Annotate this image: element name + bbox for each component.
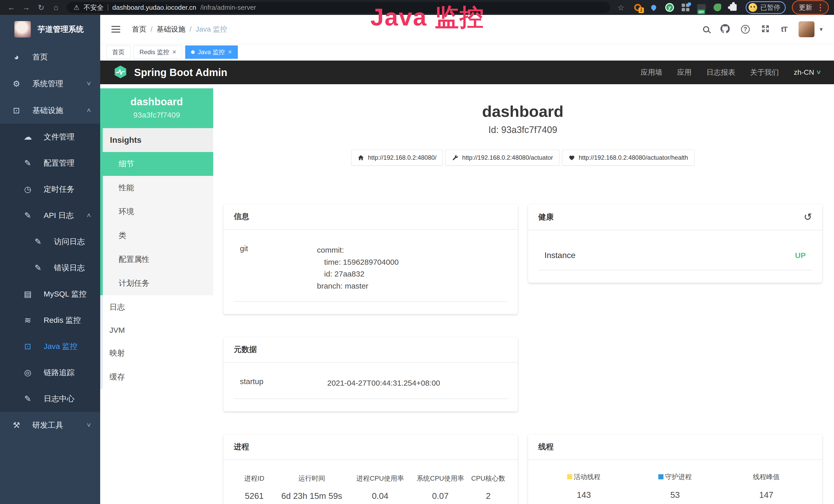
sidebar-item-file-management[interactable]: ☁ 文件管理 [0, 124, 100, 150]
process-card-title: 进程 [234, 442, 249, 452]
process-cpu-value: 0.04 [349, 491, 412, 501]
puzzle-extensions-icon[interactable] [729, 3, 738, 12]
sba-menu-classes[interactable]: 类 [103, 224, 213, 248]
extensions-cluster: 1 y on [633, 3, 738, 12]
sidebar-item-config-management[interactable]: ✎ 配置管理 [0, 150, 100, 176]
service-url-link[interactable]: http://192.168.0.2:48080/ [351, 150, 443, 166]
sba-brand[interactable]: Spring Boot Admin [113, 65, 227, 80]
grid-extension-icon[interactable] [681, 3, 690, 12]
sidebar-item-error-logs[interactable]: ✎ 错误日志 [0, 255, 100, 281]
sba-language-select[interactable]: zh-CN ˅ [794, 68, 821, 76]
sba-menu-details[interactable]: 细节 [103, 152, 213, 176]
actuator-url-link[interactable]: http://192.168.0.2:48080/actuator [445, 150, 559, 166]
edit-icon: ✎ [22, 158, 34, 168]
cpu-cores-value: 2 [469, 491, 507, 501]
infrastructure-submenu: ☁ 文件管理 ✎ 配置管理 ◷ 定时任务 ✎ API 日志 ˄ ✎ 访问日志 ✎ [0, 124, 100, 412]
bookmark-star-icon[interactable]: ☆ [617, 3, 624, 12]
info-card: 信息 git commit: time: 1596289704000 id: 2… [223, 204, 518, 314]
sidebar-item-access-logs[interactable]: ✎ 访问日志 [0, 229, 100, 255]
metadata-startup-row: startup 2021-04-27T00:44:31.254+08:00 [234, 372, 507, 399]
y-extension-icon[interactable]: y [665, 3, 674, 12]
tab-redis-monitor[interactable]: Redis 监控 × [134, 45, 182, 59]
health-instance-row[interactable]: Instance UP [539, 244, 812, 270]
sba-menu-metrics[interactable]: 性能 [103, 176, 213, 200]
sba-nav-wallboard[interactable]: 应用墙 [641, 68, 662, 77]
sidebar-item-java-monitor[interactable]: ⊡ Java 监控 [0, 333, 100, 360]
history-icon[interactable]: ↺ [804, 211, 812, 223]
sba-menu-logs[interactable]: 日志 [103, 295, 213, 319]
chevron-down-icon: ˅ [817, 69, 821, 76]
sba-header: Spring Boot Admin 应用墙 应用 日志报表 关于我们 zh-CN… [100, 61, 834, 84]
chevron-up-icon: ˄ [87, 211, 91, 220]
health-url-link[interactable]: http://192.168.0.2:48080/actuator/health [562, 150, 695, 166]
sidebar-item-infrastructure[interactable]: ⊡ 基础设施 ˄ [0, 97, 100, 124]
close-icon[interactable]: × [228, 48, 232, 56]
pin-extension-icon[interactable] [649, 3, 658, 12]
sba-nav-about[interactable]: 关于我们 [750, 68, 779, 77]
fullscreen-icon[interactable] [761, 24, 770, 34]
caret-down-icon[interactable]: ▾ [820, 26, 823, 33]
breadcrumb-home[interactable]: 首页 [132, 24, 147, 34]
font-size-icon[interactable]: tT [781, 25, 787, 33]
reload-icon[interactable]: ↻ [35, 3, 47, 12]
header-actions: ? tT ▾ [703, 21, 823, 37]
breadcrumb-infrastructure[interactable]: 基础设施 [157, 24, 185, 34]
leaf-extension-icon[interactable] [713, 3, 722, 12]
back-icon[interactable]: ← [5, 3, 18, 12]
breadcrumb-current: Java 监控 [196, 24, 227, 34]
sidebar-item-redis-monitor[interactable]: ≋ Redis 监控 [0, 307, 100, 333]
sba-instance-sidebar: dashboard 93a3fc7f7409 Insights 细节 性能 环境… [100, 84, 213, 504]
url-host: dashboard.yudao.iocoder.cn [112, 4, 196, 12]
profile-paused-chip[interactable]: 已暂停 [746, 1, 786, 14]
sidebar-item-tracing[interactable]: ◎ 链路追踪 [0, 360, 100, 386]
address-bar[interactable]: ⚠ 不安全 dashboard.yudao.iocoder.cn /infra/… [67, 2, 610, 13]
home-icon[interactable]: ⌂ [50, 3, 62, 12]
sba-menu-mappings[interactable]: 映射 [103, 341, 213, 365]
instance-id-line: Id: 93a3fc7f7409 [223, 124, 822, 135]
browser-menu-icon[interactable]: ⋮ [816, 3, 825, 12]
not-secure-warning-icon[interactable]: ⚠ [73, 4, 79, 12]
tab-home[interactable]: 首页 [106, 45, 130, 59]
peak-threads-value: 147 [721, 490, 812, 500]
sidebar-item-log-center[interactable]: ✎ 日志中心 [0, 386, 100, 412]
help-icon[interactable]: ? [741, 25, 750, 33]
refresh-extension-icon[interactable]: 1 [633, 3, 642, 12]
process-card: 进程 进程ID5261 运行时间6d 23h 15m 59s 进程CPU使用率0… [223, 434, 518, 504]
browser-update-group: 更新 ⋮ [792, 0, 829, 15]
app-logo-row[interactable]: 芋道管理系统 [0, 15, 100, 44]
instance-header[interactable]: dashboard 93a3fc7f7409 [100, 88, 213, 128]
layers-icon: ≋ [22, 315, 34, 325]
monitor-icon: ⊡ [22, 342, 34, 351]
sba-menu-scheduled-tasks[interactable]: 计划任务 [103, 271, 213, 295]
sidebar-item-api-logs[interactable]: ✎ API 日志 ˄ [0, 202, 100, 229]
search-icon[interactable] [703, 26, 709, 32]
sba-logo-icon [113, 65, 127, 80]
sidebar-item-mysql-monitor[interactable]: ▤ MySQL 监控 [0, 281, 100, 307]
sba-menu-caches[interactable]: 缓存 [103, 365, 213, 389]
tab-java-monitor[interactable]: Java 监控 × [185, 45, 238, 59]
threads-card: 线程 活动线程 143 守护进程 53 [528, 434, 822, 504]
on-extension-icon[interactable]: on [697, 3, 706, 12]
avatar[interactable] [798, 21, 814, 37]
sidebar-item-system[interactable]: ⚙ 系统管理 ˅ [0, 70, 100, 97]
system-cpu-value: 0.07 [412, 491, 469, 501]
forward-icon[interactable]: → [20, 3, 32, 12]
sba-menu-config-props[interactable]: 配置属性 [103, 248, 213, 271]
sba-menu-environment[interactable]: 环境 [103, 200, 213, 224]
sba-nav-applications[interactable]: 应用 [677, 68, 692, 77]
sidebar-item-home[interactable]: ◕ 首页 [0, 44, 100, 70]
cloud-icon: ☁ [22, 132, 34, 142]
close-icon[interactable]: × [172, 48, 176, 56]
sidebar-item-scheduled-jobs[interactable]: ◷ 定时任务 [0, 176, 100, 202]
extension-badge: 1 [639, 7, 644, 13]
sba-nav-journal[interactable]: 日志报表 [706, 68, 735, 77]
sidebar-item-dev-tools[interactable]: ⚒ 研发工具 ˅ [0, 412, 100, 438]
github-icon[interactable] [721, 24, 730, 35]
info-key: git [240, 244, 317, 292]
hamburger-icon[interactable] [111, 24, 122, 35]
daemon-threads-value: 53 [630, 490, 721, 500]
update-button[interactable]: 更新 [799, 3, 812, 12]
profile-chip-label: 已暂停 [760, 3, 780, 12]
log-icon: ✎ [22, 394, 34, 404]
sba-menu-jvm[interactable]: JVM [103, 319, 213, 341]
